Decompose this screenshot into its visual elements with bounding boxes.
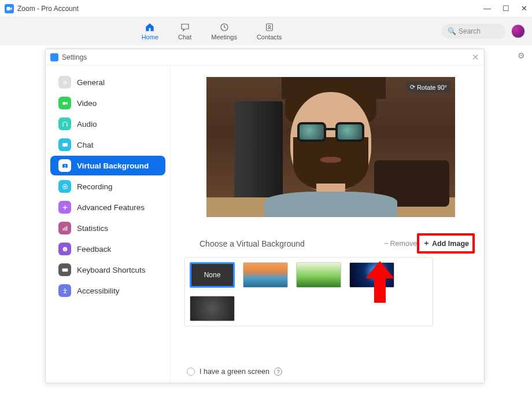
thumb-label: None — [204, 271, 221, 279]
sidebar-item-video[interactable]: Video — [50, 93, 165, 113]
sidebar-item-accessibility[interactable]: Accessibility — [50, 281, 165, 300]
minus-icon: − — [384, 240, 388, 248]
chart-icon — [58, 222, 71, 234]
sidebar-item-label: General — [77, 78, 105, 87]
sidebar-item-audio[interactable]: Audio — [50, 114, 165, 134]
svg-point-15 — [62, 247, 67, 251]
remove-label: Remove — [390, 240, 418, 248]
annotation-arrow — [365, 261, 394, 303]
search-icon: 🔍 — [448, 27, 456, 35]
smile-icon — [58, 243, 71, 255]
sidebar-item-keyboard-shortcuts[interactable]: Keyboard Shortcuts — [50, 260, 165, 280]
sidebar-item-label: Statistics — [77, 224, 108, 233]
background-thumb-bridge[interactable] — [243, 262, 288, 288]
sidebar-item-label: Chat — [77, 141, 94, 149]
sidebar-item-virtual-background[interactable]: Virtual Background — [50, 156, 165, 175]
settings-panel-header: Settings ✕ — [46, 49, 484, 65]
sidebar-item-recording[interactable]: Recording — [50, 177, 165, 196]
video-icon — [58, 97, 71, 109]
svg-point-11 — [64, 185, 65, 187]
home-icon — [144, 22, 156, 32]
svg-point-19 — [64, 288, 65, 289]
rotate-button[interactable]: ⟳ Rotate 90° — [407, 82, 450, 93]
gear-icon[interactable]: ⚙ — [518, 51, 525, 60]
search-placeholder: Search — [459, 27, 481, 35]
svg-point-4 — [64, 81, 66, 83]
close-button[interactable]: ✕ — [521, 4, 527, 13]
zoom-app-icon — [50, 53, 58, 61]
background-thumb-grass[interactable] — [296, 262, 341, 288]
svg-point-16 — [64, 248, 64, 249]
nav-label: Home — [142, 34, 158, 41]
settings-title: Settings — [62, 53, 87, 61]
settings-content: ⟳ Rotate 90° Choose a Virtual Background… — [171, 65, 484, 383]
rotate-label: Rotate 90° — [417, 84, 447, 91]
sidebar-item-label: Video — [77, 99, 97, 108]
svg-rect-6 — [62, 124, 64, 126]
keyboard-icon — [58, 263, 71, 276]
settings-sidebar: General Video Audio Chat Virtual Backgro… — [46, 65, 171, 383]
svg-point-9 — [64, 164, 65, 166]
svg-rect-18 — [62, 268, 68, 271]
sidebar-item-label: Recording — [77, 182, 113, 191]
maximize-button[interactable]: ☐ — [503, 4, 509, 13]
avatar[interactable] — [511, 24, 525, 38]
headphones-icon — [58, 118, 71, 130]
nav-meetings[interactable]: Meetings — [211, 22, 237, 41]
sidebar-item-chat[interactable]: Chat — [50, 135, 165, 155]
nav-label: Chat — [178, 34, 191, 41]
nav-home[interactable]: Home — [142, 22, 158, 41]
virtual-background-icon — [58, 159, 71, 172]
sidebar-item-label: Audio — [77, 120, 97, 129]
remove-button[interactable]: − Remove — [384, 240, 417, 248]
record-icon — [58, 180, 71, 193]
chat-icon — [179, 22, 191, 32]
svg-rect-5 — [62, 102, 65, 104]
chat-icon — [58, 138, 71, 151]
sidebar-item-label: Keyboard Shortcuts — [77, 266, 146, 274]
annotation-highlight — [417, 233, 475, 254]
help-icon[interactable]: ? — [274, 368, 282, 376]
video-preview: ⟳ Rotate 90° — [206, 77, 455, 217]
sidebar-item-label: Advanced Features — [77, 203, 145, 212]
svg-rect-14 — [66, 226, 67, 230]
main-header: Home Chat Meetings Contacts 🔍 Search — [0, 17, 532, 45]
sidebar-item-feedback[interactable]: Feedback — [50, 239, 165, 259]
nav-contacts[interactable]: Contacts — [257, 22, 282, 41]
background-thumbnail-grid: None — [184, 257, 433, 326]
svg-point-3 — [268, 25, 270, 27]
svg-rect-13 — [64, 227, 65, 230]
svg-rect-12 — [62, 228, 64, 230]
svg-rect-7 — [66, 124, 68, 126]
settings-panel: Settings ✕ General Video Audio Chat Virt… — [45, 49, 485, 383]
nav-label: Meetings — [211, 34, 237, 41]
sidebar-item-statistics[interactable]: Statistics — [50, 218, 165, 238]
contacts-icon — [264, 22, 275, 32]
sidebar-item-label: Feedback — [77, 245, 111, 254]
nav-chat[interactable]: Chat — [178, 22, 191, 41]
sidebar-item-advanced-features[interactable]: Advanced Features — [50, 197, 165, 217]
search-input[interactable]: 🔍 Search — [442, 24, 505, 39]
minimize-button[interactable]: — — [483, 4, 491, 13]
svg-point-17 — [65, 248, 66, 249]
window-title: Zoom - Pro Account — [17, 5, 79, 13]
zoom-app-icon — [5, 4, 14, 13]
accessibility-icon — [58, 284, 71, 297]
section-title: Choose a Virtual Background — [200, 239, 305, 248]
green-screen-checkbox[interactable] — [187, 368, 195, 376]
rotate-icon: ⟳ — [410, 83, 415, 91]
green-screen-label: I have a green screen — [200, 368, 269, 376]
close-icon[interactable]: ✕ — [472, 52, 479, 63]
main-nav: Home Chat Meetings Contacts — [142, 22, 282, 41]
sidebar-item-general[interactable]: General — [50, 72, 165, 92]
plus-icon — [58, 201, 71, 214]
background-thumb-none[interactable]: None — [190, 262, 235, 288]
gear-icon — [58, 76, 71, 89]
clock-icon — [219, 22, 230, 32]
nav-label: Contacts — [257, 34, 282, 41]
sidebar-item-label: Virtual Background — [77, 162, 149, 170]
sidebar-item-label: Accessibility — [77, 287, 120, 295]
window-titlebar: Zoom - Pro Account — ☐ ✕ — [0, 0, 532, 17]
background-thumb-dark[interactable] — [190, 296, 235, 321]
svg-rect-0 — [7, 7, 10, 10]
